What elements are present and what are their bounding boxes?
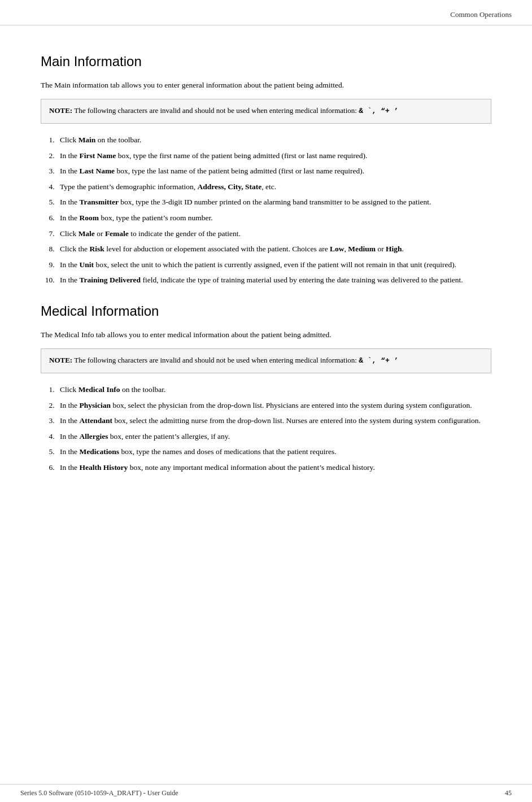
main-note-chars: & `, “+ ’ [359, 107, 398, 115]
main-step-8-bold2: Low [330, 245, 345, 253]
main-step-1-bold: Main [79, 136, 96, 144]
medical-step-5-bold: Medications [80, 447, 120, 456]
main-step-7: Click Male or Female to indicate the gen… [56, 228, 491, 240]
main-information-steps: Click Main on the toolbar. In the First … [56, 134, 491, 286]
medical-information-steps: Click Medical Info on the toolbar. In th… [56, 383, 491, 474]
medical-step-4: In the Allergies box, enter the patient’… [56, 430, 491, 443]
main-step-8: Click the Risk level for abduction or el… [56, 243, 491, 255]
medical-step-4-bold: Allergies [80, 432, 108, 441]
main-step-5: In the Transmitter box, type the 3-digit… [56, 196, 491, 208]
main-step-8-bold1: Risk [90, 245, 104, 253]
main-information-intro: The Main information tab allows you to e… [41, 80, 491, 91]
footer-right: 45 [505, 789, 512, 797]
medical-step-3-bold: Attendant [80, 416, 113, 425]
main-step-4-bold: Address, City, State [198, 182, 262, 191]
medical-note-chars: & `, “+ ’ [359, 356, 398, 365]
medical-step-5: In the Medications box, type the names a… [56, 446, 491, 458]
medical-step-6: In the Health History box, note any impo… [56, 461, 491, 474]
main-step-8-bold3: Medium [348, 245, 376, 253]
main-step-6: In the Room box, type the patient’s room… [56, 212, 491, 224]
medical-step-6-bold: Health History [80, 463, 128, 472]
medical-information-title: Medical Information [41, 303, 491, 321]
medical-step-1: Click Medical Info on the toolbar. [56, 383, 491, 396]
footer-left: Series 5.0 Software (0510-1059-A_DRAFT) … [20, 789, 178, 797]
page-header: Common Operations [0, 0, 532, 25]
main-step-8-bold4: High [386, 245, 402, 253]
main-step-3-bold: Last Name [80, 167, 115, 175]
main-step-10: In the Training Delivered field, indicat… [56, 274, 491, 286]
main-information-note: NOTE: The following characters are inval… [41, 99, 491, 124]
main-step-6-bold: Room [80, 213, 99, 222]
main-step-1: Click Main on the toolbar. [56, 134, 491, 146]
main-step-7-bold2: Female [105, 229, 129, 238]
main-step-5-bold: Transmitter [80, 198, 119, 206]
main-step-9-bold: Unit [80, 260, 94, 269]
medical-step-3: In the Attendant box, select the admitti… [56, 415, 491, 427]
main-step-7-bold1: Male [79, 229, 95, 238]
medical-step-1-bold: Medical Info [79, 385, 120, 394]
medical-information-intro: The Medical Info tab allows you to enter… [41, 329, 491, 341]
medical-information-note: NOTE: The following characters are inval… [41, 348, 491, 373]
medical-step-2-bold: Physician [80, 401, 111, 409]
main-step-2-bold: First Name [80, 151, 116, 160]
main-note-text: The following characters are invalid and… [72, 106, 359, 115]
main-information-title: Main Information [41, 54, 491, 72]
main-step-2: In the First Name box, type the first na… [56, 150, 491, 162]
main-step-4: Type the patient’s demographic informati… [56, 181, 491, 193]
header-title: Common Operations [450, 10, 512, 19]
main-step-10-bold: Training Delivered [80, 276, 141, 284]
main-step-3: In the Last Name box, type the last name… [56, 165, 491, 177]
page-content: Main Information The Main information ta… [0, 25, 532, 513]
main-step-9: In the Unit box, select the unit to whic… [56, 259, 491, 271]
medical-note-text: The following characters are invalid and… [72, 356, 359, 364]
main-note-label: NOTE: [49, 106, 72, 115]
medical-step-2: In the Physician box, select the physici… [56, 399, 491, 412]
page-footer: Series 5.0 Software (0510-1059-A_DRAFT) … [0, 784, 532, 802]
medical-note-label: NOTE: [49, 356, 72, 364]
